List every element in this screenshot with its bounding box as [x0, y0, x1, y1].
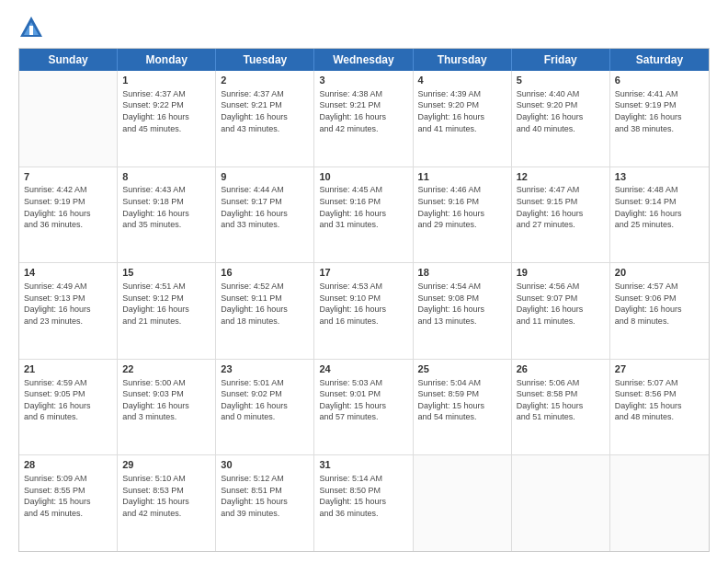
day-number-20: 20 — [615, 266, 704, 280]
cal-cell-27: 27Sunrise: 5:07 AMSunset: 8:56 PMDayligh… — [610, 360, 709, 455]
day-number-19: 19 — [517, 266, 605, 280]
cell-text-20: Sunrise: 4:57 AMSunset: 9:06 PMDaylight:… — [615, 281, 704, 327]
cell-text-5: Sunrise: 4:40 AMSunset: 9:20 PMDaylight:… — [517, 88, 605, 134]
day-number-28: 28 — [24, 458, 112, 472]
day-number-5: 5 — [517, 74, 605, 87]
cal-header-tuesday: Tuesday — [216, 49, 314, 71]
cell-text-26: Sunrise: 5:06 AMSunset: 8:58 PMDaylight:… — [517, 377, 605, 423]
cal-cell-empty-4-5 — [512, 455, 610, 551]
day-number-16: 16 — [221, 266, 309, 280]
cell-text-27: Sunrise: 5:07 AMSunset: 8:56 PMDaylight:… — [615, 377, 704, 423]
cal-cell-9: 9Sunrise: 4:44 AMSunset: 9:17 PMDaylight… — [216, 167, 314, 263]
cell-text-21: Sunrise: 4:59 AMSunset: 9:05 PMDaylight:… — [24, 377, 112, 423]
cell-text-16: Sunrise: 4:52 AMSunset: 9:11 PMDaylight:… — [221, 281, 309, 327]
day-number-15: 15 — [122, 266, 210, 280]
day-number-18: 18 — [418, 266, 506, 280]
cell-text-24: Sunrise: 5:03 AMSunset: 9:01 PMDaylight:… — [319, 377, 407, 423]
day-number-13: 13 — [615, 170, 704, 184]
header — [18, 15, 710, 40]
cell-text-22: Sunrise: 5:00 AMSunset: 9:03 PMDaylight:… — [122, 377, 210, 423]
cal-cell-6: 6Sunrise: 4:41 AMSunset: 9:19 PMDaylight… — [610, 71, 709, 167]
day-number-17: 17 — [319, 266, 407, 280]
cal-cell-19: 19Sunrise: 4:56 AMSunset: 9:07 PMDayligh… — [512, 263, 610, 359]
cal-cell-31: 31Sunrise: 5:14 AMSunset: 8:50 PMDayligh… — [314, 455, 413, 551]
cell-text-30: Sunrise: 5:12 AMSunset: 8:51 PMDaylight:… — [221, 473, 309, 519]
day-number-25: 25 — [418, 362, 506, 376]
cell-text-6: Sunrise: 4:41 AMSunset: 9:19 PMDaylight:… — [615, 88, 704, 134]
cal-cell-18: 18Sunrise: 4:54 AMSunset: 9:08 PMDayligh… — [414, 263, 512, 359]
cal-cell-4: 4Sunrise: 4:39 AMSunset: 9:20 PMDaylight… — [414, 71, 512, 167]
cell-text-3: Sunrise: 4:38 AMSunset: 9:21 PMDaylight:… — [319, 88, 407, 134]
calendar: SundayMondayTuesdayWednesdayThursdayFrid… — [18, 48, 710, 552]
day-number-31: 31 — [319, 458, 407, 472]
day-number-30: 30 — [221, 458, 309, 472]
cal-cell-30: 30Sunrise: 5:12 AMSunset: 8:51 PMDayligh… — [216, 455, 314, 551]
cell-text-8: Sunrise: 4:43 AMSunset: 9:18 PMDaylight:… — [122, 184, 210, 230]
cell-text-13: Sunrise: 4:48 AMSunset: 9:14 PMDaylight:… — [615, 184, 704, 230]
day-number-2: 2 — [221, 74, 309, 87]
cal-cell-28: 28Sunrise: 5:09 AMSunset: 8:55 PMDayligh… — [19, 455, 118, 551]
cell-text-19: Sunrise: 4:56 AMSunset: 9:07 PMDaylight:… — [517, 281, 605, 327]
cell-text-29: Sunrise: 5:10 AMSunset: 8:53 PMDaylight:… — [122, 473, 210, 519]
cal-row-4: 28Sunrise: 5:09 AMSunset: 8:55 PMDayligh… — [19, 455, 709, 551]
cal-cell-23: 23Sunrise: 5:01 AMSunset: 9:02 PMDayligh… — [216, 360, 314, 455]
cell-text-25: Sunrise: 5:04 AMSunset: 8:59 PMDaylight:… — [418, 377, 506, 423]
calendar-header-row: SundayMondayTuesdayWednesdayThursdayFrid… — [19, 49, 709, 71]
cal-cell-12: 12Sunrise: 4:47 AMSunset: 9:15 PMDayligh… — [512, 167, 610, 263]
cell-text-7: Sunrise: 4:42 AMSunset: 9:19 PMDaylight:… — [24, 184, 112, 230]
cal-cell-20: 20Sunrise: 4:57 AMSunset: 9:06 PMDayligh… — [610, 263, 709, 359]
cal-cell-25: 25Sunrise: 5:04 AMSunset: 8:59 PMDayligh… — [414, 360, 512, 455]
cal-cell-empty-0-0 — [19, 71, 118, 167]
day-number-6: 6 — [615, 74, 704, 87]
cell-text-28: Sunrise: 5:09 AMSunset: 8:55 PMDaylight:… — [24, 473, 112, 519]
cal-header-saturday: Saturday — [610, 49, 709, 71]
cal-cell-1: 1Sunrise: 4:37 AMSunset: 9:22 PMDaylight… — [118, 71, 216, 167]
day-number-23: 23 — [221, 362, 309, 376]
cal-cell-empty-4-4 — [414, 455, 512, 551]
cal-row-2: 14Sunrise: 4:49 AMSunset: 9:13 PMDayligh… — [19, 263, 709, 360]
cal-cell-15: 15Sunrise: 4:51 AMSunset: 9:12 PMDayligh… — [118, 263, 216, 359]
day-number-14: 14 — [24, 266, 112, 280]
cal-cell-8: 8Sunrise: 4:43 AMSunset: 9:18 PMDaylight… — [118, 167, 216, 263]
day-number-1: 1 — [122, 74, 210, 87]
cal-cell-13: 13Sunrise: 4:48 AMSunset: 9:14 PMDayligh… — [610, 167, 709, 263]
cell-text-18: Sunrise: 4:54 AMSunset: 9:08 PMDaylight:… — [418, 281, 506, 327]
day-number-27: 27 — [615, 362, 704, 376]
cell-text-15: Sunrise: 4:51 AMSunset: 9:12 PMDaylight:… — [122, 281, 210, 327]
cal-row-1: 7Sunrise: 4:42 AMSunset: 9:19 PMDaylight… — [19, 167, 709, 264]
day-number-8: 8 — [122, 170, 210, 184]
cal-cell-empty-4-6 — [610, 455, 709, 551]
cell-text-2: Sunrise: 4:37 AMSunset: 9:21 PMDaylight:… — [221, 88, 309, 134]
cell-text-4: Sunrise: 4:39 AMSunset: 9:20 PMDaylight:… — [418, 88, 506, 134]
cal-row-3: 21Sunrise: 4:59 AMSunset: 9:05 PMDayligh… — [19, 360, 709, 456]
day-number-11: 11 — [418, 170, 506, 184]
cell-text-12: Sunrise: 4:47 AMSunset: 9:15 PMDaylight:… — [517, 184, 605, 230]
day-number-7: 7 — [24, 170, 112, 184]
cal-cell-7: 7Sunrise: 4:42 AMSunset: 9:19 PMDaylight… — [19, 167, 118, 263]
cell-text-1: Sunrise: 4:37 AMSunset: 9:22 PMDaylight:… — [122, 88, 210, 134]
day-number-24: 24 — [319, 362, 407, 376]
cell-text-9: Sunrise: 4:44 AMSunset: 9:17 PMDaylight:… — [221, 184, 309, 230]
day-number-22: 22 — [122, 362, 210, 376]
cal-cell-2: 2Sunrise: 4:37 AMSunset: 9:21 PMDaylight… — [216, 71, 314, 167]
cal-cell-17: 17Sunrise: 4:53 AMSunset: 9:10 PMDayligh… — [314, 263, 413, 359]
cal-cell-11: 11Sunrise: 4:46 AMSunset: 9:16 PMDayligh… — [414, 167, 512, 263]
cal-cell-22: 22Sunrise: 5:00 AMSunset: 9:03 PMDayligh… — [118, 360, 216, 455]
cell-text-23: Sunrise: 5:01 AMSunset: 9:02 PMDaylight:… — [221, 377, 309, 423]
cal-header-monday: Monday — [118, 49, 216, 71]
cal-header-thursday: Thursday — [414, 49, 512, 71]
cal-cell-29: 29Sunrise: 5:10 AMSunset: 8:53 PMDayligh… — [118, 455, 216, 551]
cal-cell-5: 5Sunrise: 4:40 AMSunset: 9:20 PMDaylight… — [512, 71, 610, 167]
calendar-body: 1Sunrise: 4:37 AMSunset: 9:22 PMDaylight… — [19, 71, 709, 551]
day-number-12: 12 — [517, 170, 605, 184]
cell-text-17: Sunrise: 4:53 AMSunset: 9:10 PMDaylight:… — [319, 281, 407, 327]
logo — [18, 15, 48, 40]
cell-text-10: Sunrise: 4:45 AMSunset: 9:16 PMDaylight:… — [319, 184, 407, 230]
cal-cell-14: 14Sunrise: 4:49 AMSunset: 9:13 PMDayligh… — [19, 263, 118, 359]
cal-cell-3: 3Sunrise: 4:38 AMSunset: 9:21 PMDaylight… — [314, 71, 413, 167]
day-number-9: 9 — [221, 170, 309, 184]
cal-row-0: 1Sunrise: 4:37 AMSunset: 9:22 PMDaylight… — [19, 71, 709, 167]
cell-text-14: Sunrise: 4:49 AMSunset: 9:13 PMDaylight:… — [24, 281, 112, 327]
day-number-3: 3 — [319, 74, 407, 87]
cal-header-friday: Friday — [512, 49, 610, 71]
